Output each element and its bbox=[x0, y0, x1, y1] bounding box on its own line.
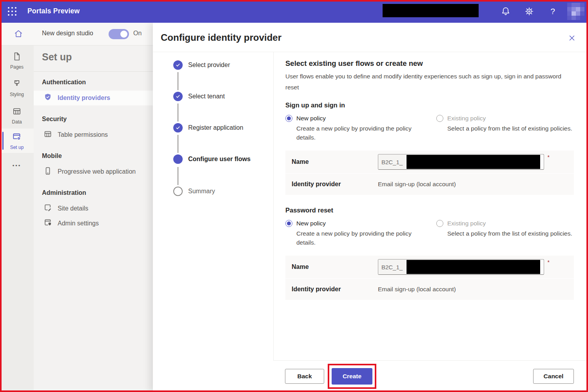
policy-name-input[interactable]: B2C_1_ * bbox=[378, 154, 544, 170]
signup-policy-panel: Name B2C_1_ * Identity provider Email si… bbox=[285, 151, 574, 195]
back-button[interactable]: Back bbox=[285, 369, 324, 384]
radio-description: Select a policy from the list of existin… bbox=[447, 229, 574, 238]
sidebar-item-label: Admin settings bbox=[58, 220, 99, 227]
redacted-policy-name bbox=[407, 260, 540, 274]
required-asterisk: * bbox=[548, 154, 550, 160]
rail-item-pages[interactable]: Pages bbox=[0, 48, 34, 73]
identity-provider-value: Email sign-up (local account) bbox=[378, 181, 568, 188]
create-button[interactable]: Create bbox=[332, 368, 372, 385]
paintbrush-icon bbox=[12, 79, 22, 91]
content-heading: Select existing user flows or create new bbox=[285, 59, 574, 68]
rail-item-label: Set up bbox=[10, 145, 24, 150]
sidebar-item-table-permissions[interactable]: Table permissions bbox=[34, 127, 153, 142]
setup-sidebar: Set up Authentication Identity providers… bbox=[34, 45, 153, 392]
identity-provider-label: Identity provider bbox=[292, 286, 378, 293]
step-complete-check-icon bbox=[173, 60, 183, 70]
sidebar-title: Set up bbox=[42, 51, 72, 63]
rail-item-setup[interactable]: Set up bbox=[0, 129, 34, 153]
rail-item-label: Styling bbox=[10, 92, 24, 97]
section-header-authentication: Authentication bbox=[34, 72, 153, 91]
left-rail: Pages Styling Data bbox=[0, 45, 34, 392]
identity-provider-label: Identity provider bbox=[292, 181, 378, 188]
radio-label: New policy bbox=[296, 115, 326, 122]
policy-radio-group: New policy Create a new policy by provid… bbox=[285, 115, 574, 142]
radio-existing-policy[interactable] bbox=[436, 115, 443, 122]
settings-gear-icon[interactable] bbox=[523, 5, 535, 17]
sidebar-item-label: Progressive web application bbox=[58, 168, 136, 175]
radio-option-new-policy: New policy Create a new policy by provid… bbox=[285, 220, 436, 247]
name-field-label: Name bbox=[292, 263, 378, 270]
rail-more-icon[interactable]: ••• bbox=[0, 163, 34, 169]
radio-label: Existing policy bbox=[447, 115, 486, 122]
annotation-highlight-box: Create bbox=[328, 364, 376, 389]
table-icon bbox=[12, 106, 22, 118]
step-current-dot bbox=[173, 154, 183, 164]
step-label: Select provider bbox=[188, 62, 230, 69]
app-title: Portals Preview bbox=[27, 7, 80, 15]
home-icon[interactable] bbox=[12, 27, 25, 40]
rail-item-label: Pages bbox=[10, 64, 24, 70]
design-studio-toggle[interactable] bbox=[109, 29, 129, 39]
section-header-security: Security bbox=[34, 105, 153, 127]
sidebar-item-progressive-web-application[interactable]: Progressive web application bbox=[34, 164, 153, 179]
radio-option-existing-policy: Existing policy Select a policy from the… bbox=[436, 220, 574, 247]
step-complete-check-icon bbox=[173, 123, 183, 132]
group-title-password-reset: Password reset bbox=[285, 207, 574, 214]
page-shield-icon bbox=[43, 218, 53, 229]
step-connector bbox=[178, 72, 178, 90]
radio-existing-policy[interactable] bbox=[436, 220, 443, 227]
step-select-provider: Select provider bbox=[173, 60, 230, 70]
step-connector bbox=[178, 103, 178, 122]
radio-new-policy[interactable] bbox=[285, 220, 292, 227]
notifications-bell-icon[interactable] bbox=[500, 5, 512, 17]
page-icon bbox=[12, 51, 22, 63]
sidebar-item-identity-providers[interactable]: Identity providers bbox=[34, 91, 153, 105]
page-edit-icon bbox=[43, 203, 53, 214]
radio-label: Existing policy bbox=[447, 220, 486, 227]
cancel-button[interactable]: Cancel bbox=[533, 369, 574, 384]
password-reset-policy-panel: Name B2C_1_ * Identity provider Email si… bbox=[285, 256, 574, 300]
policy-radio-group: New policy Create a new policy by provid… bbox=[285, 220, 574, 247]
policy-name-input[interactable]: B2C_1_ * bbox=[378, 259, 544, 275]
name-prefix: B2C_1_ bbox=[378, 154, 406, 169]
section-header-mobile: Mobile bbox=[34, 142, 153, 164]
redacted-policy-name bbox=[407, 155, 540, 169]
step-connector bbox=[178, 167, 178, 185]
step-connector bbox=[178, 135, 178, 153]
configure-identity-provider-dialog: Configure identity provider Select provi… bbox=[153, 23, 588, 392]
radio-description: Select a policy from the list of existin… bbox=[447, 124, 574, 133]
section-header-administration: Administration bbox=[34, 179, 153, 201]
group-title-sign-up-sign-in: Sign up and sign in bbox=[285, 102, 574, 109]
step-label: Summary bbox=[188, 188, 215, 195]
sidebar-item-label: Table permissions bbox=[58, 131, 108, 138]
step-upcoming-circle bbox=[173, 187, 183, 196]
wizard-stepper: Select provider Select tenant Register a… bbox=[153, 52, 274, 392]
avatar[interactable] bbox=[567, 3, 584, 20]
close-icon[interactable] bbox=[568, 34, 576, 42]
help-icon[interactable]: ? bbox=[547, 5, 559, 17]
rail-item-data[interactable]: Data bbox=[0, 103, 34, 127]
dialog-footer: Back Create Cancel bbox=[273, 360, 588, 392]
step-register-application: Register application bbox=[173, 123, 243, 132]
dialog-content: Select existing user flows or create new… bbox=[274, 52, 588, 361]
waffle-menu-icon[interactable] bbox=[6, 5, 18, 17]
radio-new-policy[interactable] bbox=[285, 115, 292, 122]
step-configure-user-flows: Configure user flows bbox=[173, 154, 250, 164]
top-app-bar: Portals Preview ? bbox=[0, 0, 588, 23]
rail-item-styling[interactable]: Styling bbox=[0, 76, 34, 100]
phone-icon bbox=[43, 166, 53, 177]
sidebar-item-admin-settings[interactable]: Admin settings bbox=[34, 216, 153, 231]
sidebar-item-label: Site details bbox=[58, 205, 88, 212]
content-description: User flows enable you to define and modi… bbox=[285, 71, 574, 93]
sidebar-item-site-details[interactable]: Site details bbox=[34, 201, 153, 216]
step-complete-check-icon bbox=[173, 92, 183, 101]
radio-description: Create a new policy by providing the pol… bbox=[296, 124, 430, 142]
redacted-environment-box bbox=[383, 4, 479, 17]
step-label: Select tenant bbox=[188, 93, 225, 100]
dialog-title: Configure identity provider bbox=[161, 32, 281, 43]
step-select-tenant: Select tenant bbox=[173, 92, 225, 101]
radio-description: Create a new policy by providing the pol… bbox=[296, 229, 430, 247]
name-field-label: Name bbox=[292, 158, 378, 165]
browser-gear-icon bbox=[12, 132, 22, 143]
new-design-studio-label: New design studio bbox=[42, 30, 93, 37]
